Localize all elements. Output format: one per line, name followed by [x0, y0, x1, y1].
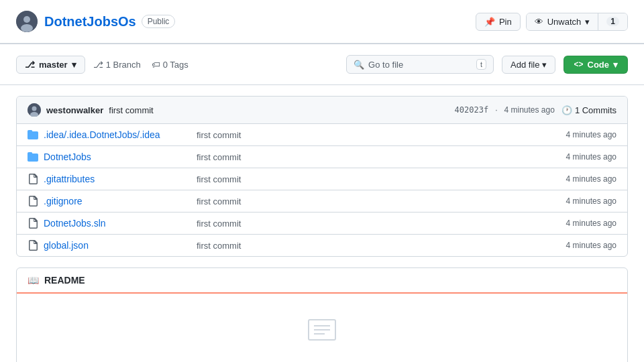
commit-time: 4 minutes ago	[504, 105, 554, 115]
table-row: .gitattributesfirst commit4 minutes ago	[17, 168, 627, 190]
file-name[interactable]: .gitignore	[44, 196, 191, 206]
table-row: .idea/.idea.DotnetJobs/.ideafirst commit…	[17, 124, 627, 146]
header-actions: 📌 Pin 👁 Unwatch ▾ 1	[476, 13, 628, 31]
unwatch-count-button[interactable]: 1	[598, 13, 627, 30]
unwatch-button[interactable]: 👁 Unwatch ▾	[527, 13, 599, 30]
commit-time-separator: ·	[495, 105, 497, 115]
commit-hash[interactable]: 402023f	[455, 105, 489, 115]
file-time: 4 minutes ago	[536, 219, 616, 228]
file-commit-message[interactable]: first commit	[197, 219, 531, 229]
avatar	[16, 11, 38, 32]
branch-icon: ⎇	[93, 60, 103, 70]
file-name[interactable]: global.json	[44, 240, 191, 251]
code-icon: <>	[574, 60, 583, 69]
file-time: 4 minutes ago	[536, 130, 616, 139]
svg-point-2	[21, 24, 33, 32]
file-name[interactable]: .idea/.idea.DotnetJobs/.idea	[44, 129, 191, 140]
book-icon: 📖	[28, 275, 39, 286]
repo-name[interactable]: DotnetJobsOs	[44, 14, 136, 29]
file-rows: .idea/.idea.DotnetJobs/.ideafirst commit…	[17, 124, 627, 256]
chevron-down-icon: ▾	[585, 17, 590, 27]
branch-link[interactable]: ⎇ 1 Branch	[93, 60, 141, 70]
folder-icon	[28, 152, 38, 162]
repo-header: DotnetJobsOs Public 📌 Pin 👁 Unwatch ▾ 1	[0, 0, 644, 44]
file-time: 4 minutes ago	[536, 241, 616, 250]
file-icon	[28, 174, 38, 184]
branch-icon: ⎇	[25, 60, 35, 70]
add-file-button[interactable]: Add file ▾	[502, 56, 555, 74]
readme-section: 📖 README	[16, 267, 628, 362]
goto-file-search[interactable]: 🔍 Go to file t	[346, 55, 494, 74]
file-commit-message[interactable]: first commit	[197, 152, 531, 162]
code-button[interactable]: <> Code ▾	[564, 56, 628, 74]
file-time: 4 minutes ago	[536, 174, 616, 184]
pin-icon: 📌	[484, 17, 495, 27]
file-commit-message[interactable]: first commit	[197, 196, 531, 206]
chevron-down-icon: ▾	[542, 60, 547, 70]
file-time: 4 minutes ago	[536, 196, 616, 206]
eye-icon: 👁	[535, 17, 543, 27]
readme-content	[17, 294, 627, 362]
content-area: westonwalker first commit 402023f · 4 mi…	[0, 85, 644, 362]
file-commit-message[interactable]: first commit	[197, 241, 531, 251]
file-icon	[28, 218, 38, 229]
svg-point-1	[23, 16, 30, 23]
commits-link[interactable]: 🕐 1 Commits	[561, 105, 616, 115]
pin-button[interactable]: 📌 Pin	[476, 13, 521, 31]
readme-header: 📖 README	[17, 268, 627, 294]
file-name[interactable]: .gitattributes	[44, 174, 191, 184]
commit-bar: westonwalker first commit 402023f · 4 mi…	[17, 97, 627, 124]
chevron-down-icon: ▾	[72, 60, 76, 70]
file-time: 4 minutes ago	[536, 152, 616, 162]
commit-right-info: 402023f · 4 minutes ago 🕐 1 Commits	[455, 105, 616, 115]
clock-icon: 🕐	[561, 105, 572, 115]
tag-link[interactable]: 🏷 0 Tags	[152, 60, 189, 70]
commit-author-avatar	[28, 103, 41, 117]
folder-icon	[28, 129, 38, 140]
search-icon: 🔍	[354, 60, 364, 70]
tag-icon: 🏷	[152, 60, 160, 70]
chevron-down-icon: ▾	[613, 60, 618, 70]
visibility-badge: Public	[142, 15, 176, 28]
search-shortcut-key: t	[476, 59, 486, 70]
file-name[interactable]: DotnetJobs.sln	[44, 218, 191, 229]
file-icon	[28, 240, 38, 251]
file-commit-message[interactable]: first commit	[197, 174, 531, 184]
commit-author[interactable]: westonwalker	[46, 105, 103, 115]
table-row: global.jsonfirst commit4 minutes ago	[17, 235, 627, 256]
file-commit-message[interactable]: first commit	[197, 130, 531, 140]
commit-message[interactable]: first commit	[109, 105, 153, 115]
file-icon	[28, 196, 38, 206]
branch-selector[interactable]: ⎇ master ▾	[16, 56, 85, 74]
repo-toolbar: ⎇ master ▾ ⎇ 1 Branch 🏷 0 Tags 🔍 Go to f…	[0, 44, 644, 85]
file-table: westonwalker first commit 402023f · 4 mi…	[16, 96, 628, 257]
table-row: DotnetJobs.slnfirst commit4 minutes ago	[17, 213, 627, 235]
table-row: DotnetJobsfirst commit4 minutes ago	[17, 146, 627, 168]
file-name[interactable]: DotnetJobs	[44, 152, 191, 162]
meta-links: ⎇ 1 Branch 🏷 0 Tags	[93, 60, 189, 70]
svg-point-4	[32, 107, 37, 111]
table-row: .gitignorefirst commit4 minutes ago	[17, 190, 627, 213]
readme-label: README	[44, 275, 85, 286]
